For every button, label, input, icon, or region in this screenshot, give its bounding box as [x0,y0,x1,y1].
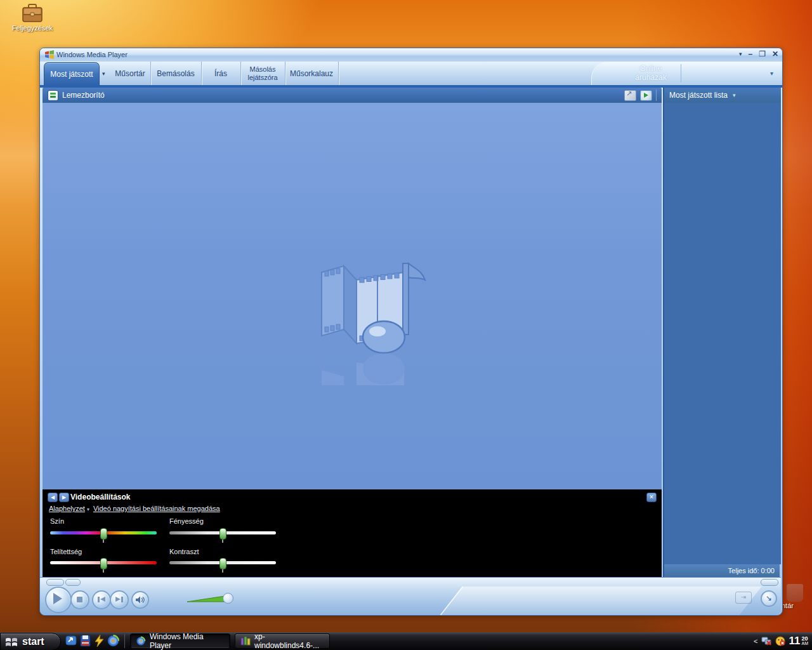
desktop-icon-label: Feljegyzések [10,24,55,32]
tab-burn[interactable]: Írás [201,62,241,85]
saturation-slider-thumb[interactable] [100,558,107,569]
start-button[interactable]: start [0,633,61,650]
online-stores-arrow[interactable]: ▾ [770,70,773,77]
close-button[interactable]: ✕ [772,50,778,58]
enhancements-title: Videobeállítások [70,493,130,501]
hue-slider-thumb[interactable] [100,528,107,540]
next-button[interactable] [110,590,129,609]
taskbar-item-wmp[interactable]: Windows Media Player [130,633,230,649]
archive-icon [240,636,251,646]
wmp-titlebar[interactable]: Windows Media Player ▾ – ❐ ✕ [40,48,782,62]
video-zoom-settings-link[interactable]: Videó nagyítási beállításainak megadása [93,505,220,512]
reset-link-arrow[interactable]: ▾ [87,507,89,512]
enhancements-pane: ◀ ▶ Videobeállítások ✕ Alaphelyzet▾Videó… [43,489,662,577]
switch-to-skin-mode-button[interactable]: ↘ [761,590,777,607]
wmp-watermark-logo [309,258,429,385]
desktop-icon-recycle-partial[interactable]: ntár [782,581,809,612]
recycle-bin-label-partial: ntár [782,602,794,609]
quicklaunch-windowblinds-icon[interactable] [93,634,106,647]
playlist-header[interactable]: Most játszott lista ▾ [663,88,781,103]
tab-online-stores[interactable]: Online áruházak ▾ [591,62,782,85]
previous-button[interactable] [92,590,111,609]
mute-button[interactable] [131,591,149,609]
tab-guide[interactable]: Műsorkalauz [285,62,339,85]
hue-slider-label: Szín [50,517,64,525]
play-icon [53,593,62,604]
volume-slider-thumb[interactable] [223,593,233,604]
repeat-button[interactable] [65,579,81,586]
wmp-window: Windows Media Player ▾ – ❐ ✕ Most játszo… [39,48,783,616]
start-flag-icon [4,635,18,648]
video-area[interactable] [43,103,662,489]
compact-mode-icon[interactable]: ⇥ [735,592,752,604]
window-title: Windows Media Player [56,51,128,58]
taskbar-item-windowblinds[interactable]: xp-windowblinds4.6-... [235,633,330,649]
playlist-header-arrow[interactable]: ▾ [733,92,736,98]
minimize-button[interactable]: – [748,50,752,58]
brightness-slider-thumb[interactable] [219,528,226,540]
playlist-body[interactable] [663,103,781,564]
video-size-icon[interactable] [624,90,636,101]
previous-icon [98,597,100,602]
maximize-button[interactable]: ❐ [759,50,766,58]
desktop-icon-notes[interactable]: Feljegyzések [10,4,55,38]
transport-bar: ⇥ ↘ [40,577,781,615]
wmp-tabstrip: Most játszott ▾ Műsortár Bemásolás Írás … [40,62,782,88]
enhancement-next-button[interactable]: ▶ [59,493,69,502]
brightness-slider-label: Fényesség [169,517,204,525]
now-playing-featurebar: Lemezborító [43,88,662,103]
contrast-slider-label: Kontraszt [169,548,199,555]
windows-logo-icon [44,50,55,59]
system-tray: < 11 20 AM [754,632,812,650]
featurebar-view-label: Lemezborító [62,91,105,100]
enhancements-close-icon[interactable]: ✕ [646,493,657,502]
play-button[interactable] [45,587,72,613]
start-label: start [22,636,44,647]
tray-chevron[interactable]: < [754,637,757,645]
tab-sync[interactable]: Másolás lejátszóra [240,62,285,85]
next-icon [115,597,121,602]
shuffle-button[interactable] [46,579,64,586]
speaker-icon [135,595,145,604]
enhancement-prev-button[interactable]: ◀ [48,493,58,502]
contrast-slider-thumb[interactable] [219,558,226,569]
tab-rip[interactable]: Bemásolás [150,62,202,85]
network-offline-icon[interactable] [761,636,772,646]
quicklaunch-media-player-icon[interactable] [107,634,120,647]
fullscreen-icon[interactable] [640,90,652,101]
quick-access-pill[interactable] [761,579,778,586]
tab-library[interactable]: Műsortár [110,62,151,85]
playlist-total-time: Teljes idő: 0:00 [663,564,780,577]
now-playing-tab-arrow[interactable]: ▾ [102,70,105,77]
taskbar-clock[interactable]: 11 20 AM [789,635,808,647]
saturation-slider-label: Telítettség [50,548,82,555]
recycle-bin-icon [787,584,803,602]
tab-now-playing[interactable]: Most játszott [44,62,100,86]
reset-link[interactable]: Alaphelyzet [49,505,85,512]
album-art-icon[interactable] [48,90,58,101]
briefcase-icon [22,4,43,23]
stop-button[interactable] [70,590,89,609]
taskbar: start Windows Media Player xp-windowblin… [0,632,812,650]
quicklaunch-save-icon[interactable] [79,634,92,647]
messenger-offline-icon[interactable] [775,636,786,646]
window-menu-arrow[interactable]: ▾ [739,51,742,57]
quicklaunch-ie-icon[interactable] [65,634,78,647]
stop-icon [77,597,82,602]
